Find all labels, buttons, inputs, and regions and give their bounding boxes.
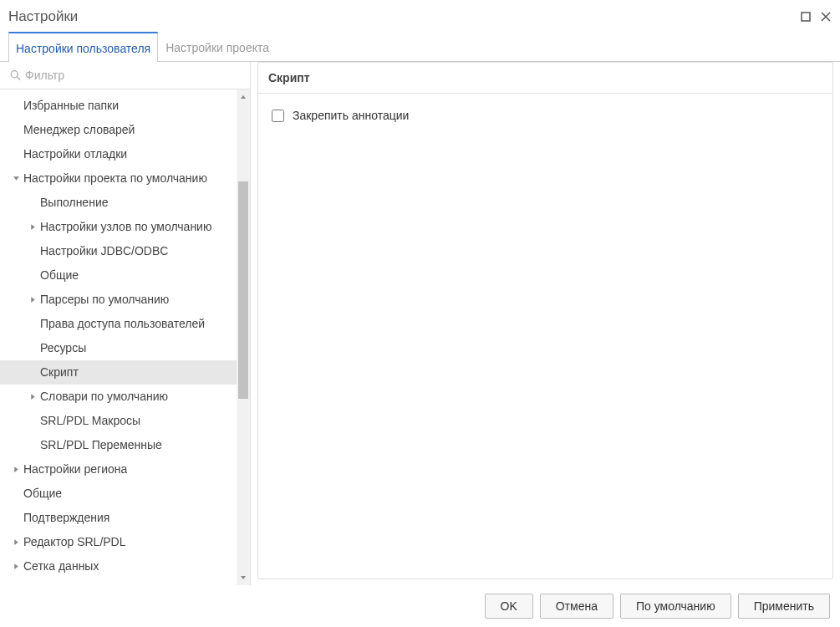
tree-item-label: Скрипт <box>23 583 62 585</box>
panel-title: Скрипт <box>258 63 832 94</box>
cancel-button[interactable]: Отмена <box>540 594 613 619</box>
tree-item[interactable]: Скрипт <box>0 579 237 585</box>
tree-item-label: Настройки отладки <box>23 146 127 162</box>
tree-item-label: Настройки региона <box>23 461 127 477</box>
tree-item[interactable]: Избранные папки <box>0 94 237 118</box>
svg-point-1 <box>11 71 18 78</box>
tree-item[interactable]: Скрипт <box>0 360 237 385</box>
window-title: Настройки <box>8 8 800 25</box>
main-panel: Скрипт Закрепить аннотации <box>251 62 840 585</box>
tree-item-label: Права доступа пользователей <box>40 316 205 332</box>
chevron-right-icon[interactable] <box>8 538 23 546</box>
tree-item[interactable]: Выполнение <box>0 191 237 215</box>
sidebar: Избранные папкиМенеджер словарейНастройк… <box>0 62 251 585</box>
scroll-down-icon[interactable] <box>237 570 250 585</box>
tree-item-label: Настройки узлов по умолчанию <box>40 219 211 235</box>
tree-item[interactable]: SRL/PDL Макросы <box>0 409 237 433</box>
tree-item-label: SRL/PDL Макросы <box>40 413 140 429</box>
maximize-icon[interactable] <box>800 11 812 23</box>
footer: OK Отмена По умолчанию Применить <box>0 585 840 627</box>
pin-annotations-checkbox[interactable] <box>272 110 284 122</box>
tree-item[interactable]: Словари по умолчанию <box>0 385 237 409</box>
chevron-right-icon[interactable] <box>25 296 40 303</box>
tree-item[interactable]: Настройки отладки <box>0 142 237 166</box>
tree-item[interactable]: Подтверждения <box>0 506 237 530</box>
tree-item[interactable]: Редактор SRL/PDL <box>0 530 237 554</box>
tree-item[interactable]: Общие <box>0 263 237 288</box>
tree-item-label: Общие <box>40 268 79 283</box>
tree-item-label: SRL/PDL Переменные <box>40 437 162 453</box>
titlebar: Настройки <box>0 0 840 32</box>
tree-item[interactable]: SRL/PDL Переменные <box>0 433 237 457</box>
tree-item[interactable]: Настройки региона <box>0 457 237 482</box>
tree-item-label: Настройки проекта по умолчанию <box>23 171 207 186</box>
tree-item-label: Подтверждения <box>23 510 109 526</box>
svg-rect-0 <box>802 13 810 21</box>
tree-item-label: Словари по умолчанию <box>40 389 168 405</box>
tree-item-label: Избранные папки <box>23 98 119 114</box>
tree-item-label: Парсеры по умолчанию <box>40 292 169 308</box>
ok-button[interactable]: OK <box>485 594 533 619</box>
close-icon[interactable] <box>820 11 832 23</box>
default-button[interactable]: По умолчанию <box>620 594 731 619</box>
tree-item-label: Скрипт <box>40 364 79 380</box>
settings-tree: Избранные папкиМенеджер словарейНастройк… <box>0 89 237 585</box>
tree-item[interactable]: Парсеры по умолчанию <box>0 288 237 312</box>
tree-item[interactable]: Ресурсы <box>0 336 237 360</box>
chevron-right-icon[interactable] <box>25 223 40 231</box>
tree-item[interactable]: Права доступа пользователей <box>0 312 237 336</box>
tab-project-settings[interactable]: Настройки проекта <box>158 32 277 62</box>
tab-user-settings[interactable]: Настройки пользователя <box>8 32 158 62</box>
tree-item[interactable]: Общие <box>0 482 237 506</box>
scrollbar-thumb[interactable] <box>238 181 248 399</box>
chevron-right-icon[interactable] <box>8 563 23 570</box>
chevron-right-icon[interactable] <box>8 466 23 473</box>
tree-item[interactable]: Настройки проекта по умолчанию <box>0 166 237 191</box>
scroll-up-icon[interactable] <box>237 89 250 104</box>
tree-item[interactable]: Настройки узлов по умолчанию <box>0 215 237 239</box>
tree-item-label: Ресурсы <box>40 340 86 356</box>
tree-item-label: Общие <box>23 486 62 502</box>
tree-item-label: Менеджер словарей <box>23 122 135 138</box>
tree-item-label: Настройки JDBC/ODBC <box>40 243 168 259</box>
tree-item[interactable]: Менеджер словарей <box>0 118 237 142</box>
tree-item[interactable]: Настройки JDBC/ODBC <box>0 239 237 263</box>
tree-item-label: Сетка данных <box>23 558 99 574</box>
pin-annotations-row[interactable]: Закрепить аннотации <box>272 109 819 122</box>
chevron-right-icon[interactable] <box>25 393 40 400</box>
apply-button[interactable]: Применить <box>738 594 830 619</box>
pin-annotations-label: Закрепить аннотации <box>293 109 409 122</box>
filter-input[interactable] <box>0 62 250 89</box>
chevron-down-icon[interactable] <box>8 175 23 182</box>
tree-item-label: Редактор SRL/PDL <box>23 534 126 550</box>
tree-item-label: Выполнение <box>40 195 108 211</box>
scrollbar[interactable] <box>237 89 250 585</box>
tree-item[interactable]: Сетка данных <box>0 554 237 579</box>
tabs: Настройки пользователя Настройки проекта <box>0 32 840 62</box>
search-icon <box>10 70 21 81</box>
